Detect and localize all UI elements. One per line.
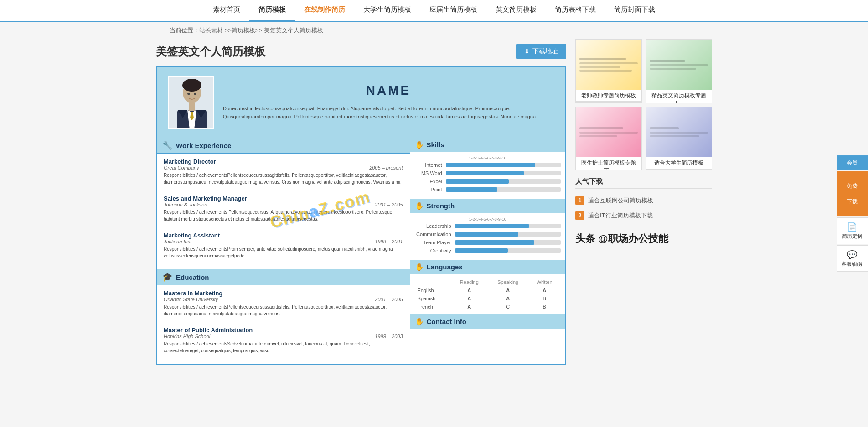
popular-downloads: 人气下载 1 适合互联网公司简历模板 2 适合IT行业简历模板下载 [575,177,712,223]
nav-item-graduate[interactable]: 应届生简历模板 [420,0,486,21]
work-icon: 🔧 [162,140,172,150]
job-entry-3: Marketing Assistant Jackson Inc. 1999 – … [164,232,403,259]
languages-table: Reading Speaking Written English A [415,278,561,311]
thumb-img-1 [576,40,641,90]
breadcrumb: 当前位置：站长素材 >>简历模板>> 美签英文个人简历模板 [160,22,708,39]
download-button[interactable]: ⬇ 下载地址 [516,44,566,59]
job-entry-1: Marketing Director Great Company 2005 – … [164,158,403,185]
strength-communication: Communication [410,232,565,237]
edu-entry-2: Master of Public Administration Hopkins … [164,327,403,354]
free-download-button[interactable]: 免费 下载 [837,171,868,216]
education-icon: 🎓 [162,272,172,282]
skill-internet: Internet [410,162,565,168]
job-meta-3: Jackson Inc. 1999 – 2001 [164,239,403,244]
job-desc-1: Responsibilities / achievementsPellentse… [164,172,403,185]
work-experience-header: 🔧 Work Experience [157,138,410,154]
service-icon: 💬 [847,249,857,261]
svg-point-10 [194,93,196,95]
sidebar-thumb-2[interactable]: 精品英文简历模板专题下... [646,39,712,103]
sidebar-thumb-1[interactable]: 老师教师专题简历模板 [575,39,642,103]
popular-num-1: 1 [575,196,584,205]
sidebar-thumb-4[interactable]: 适合大学生简历模板 [646,107,712,170]
svg-point-9 [187,93,190,95]
top-navigation: 素材首页 简历模板 在线制作简历 大学生简历模板 应届生简历模板 英文简历模板 … [0,0,868,22]
languages-header: ✋ Languages [410,260,565,274]
languages-content: Reading Speaking Written English A [410,274,565,314]
thumb-img-4 [646,107,712,157]
sidebar-thumbnails-grid: 老师教师专题简历模板 精品英文简历模板专题下... [575,39,712,170]
resume-right-column: ✋ Skills 1-2-3-4-5-6-7-8-9-10 Internet M… [410,138,565,364]
popular-link-2[interactable]: 适合IT行业简历模板下载 [588,211,653,220]
service-button[interactable]: 💬 客服/商务 [837,245,868,272]
job-title-2: Sales and Marketing Manager [164,195,403,202]
skill-point: Point [410,187,565,192]
skills-icon: ✋ [415,140,424,149]
right-sidebar: 老师教师专题简历模板 精品英文简历模板专题下... [575,39,712,374]
thumb-label-1: 老师教师专题简历模板 [576,90,641,101]
education-content: Masters in Marketing Orlando State Unive… [157,285,410,364]
lang-row-spanish: Spanish A A B [415,294,561,303]
edu-desc-1: Responsibilities / achievementsPellentse… [164,304,403,317]
left-content-area: 美签英文个人简历模板 ⬇ 下载地址 ChinaZ.com [156,39,566,374]
popular-item-2[interactable]: 2 适合IT行业简历模板下载 [575,208,712,223]
sidebar-thumb-3[interactable]: 医生护士简历模板专题下... [575,107,642,170]
nav-item-english[interactable]: 英文简历模板 [486,0,546,21]
download-icon: ⬇ [524,48,530,55]
job-meta-2: Johnson & Jackson 2001 – 2005 [164,202,403,207]
resume-left-column: 🔧 Work Experience Marketing Director Gre… [157,138,410,364]
skill-msword: MS Word [410,170,565,176]
strength-creativity: Creativity [410,248,565,253]
languages-icon: ✋ [415,262,424,271]
nav-item-table-download[interactable]: 简历表格下载 [546,0,605,21]
edu-meta-1: Orlando State University 2001 – 2005 [164,297,403,302]
resume-name-section: NAME Donecutest in lectusconsequatconseq… [223,83,554,121]
strength-numbers: 1-2-3-4-5-6-7-8-9-10 [410,217,565,221]
strength-header: ✋ Strength [410,199,565,213]
nav-item-resume-template[interactable]: 简历模板 [249,0,295,21]
edu-entry-1: Masters in Marketing Orlando State Unive… [164,290,403,317]
skills-content: 1-2-3-4-5-6-7-8-9-10 Internet MS Word Ex… [410,152,565,199]
popular-item-1[interactable]: 1 适合互联网公司简历模板 [575,193,712,208]
popular-downloads-title: 人气下载 [575,177,712,189]
thumb-label-3: 医生护士简历模板专题下... [576,157,641,170]
skills-title: Skills [427,141,444,149]
resume-header-section: NAME Donecutest in lectusconsequatconseq… [157,67,565,138]
job-title-3: Marketing Assistant [164,232,403,239]
job-entry-2: Sales and Marketing Manager Johnson & Ja… [164,195,403,222]
thumb-img-3 [576,107,641,157]
lang-row-french: French A C B [415,303,561,311]
skills-numbers: 1-2-3-4-5-6-7-8-9-10 [410,156,565,160]
popular-num-2: 2 [575,211,584,220]
custom-resume-button[interactable]: 📄 简历定制 [837,217,868,244]
resume-photo [168,76,214,129]
contact-content [410,329,565,356]
education-header: 🎓 Education [157,269,410,285]
contact-header: ✋ Contact Info [410,314,565,329]
nav-item-college[interactable]: 大学生简历模板 [354,0,420,21]
strength-content: 1-2-3-4-5-6-7-8-9-10 Leadership Communic… [410,213,565,260]
education-title: Education [176,273,209,281]
strength-icon: ✋ [415,201,424,210]
skill-excel: Excel [410,179,565,184]
job-title-1: Marketing Director [164,158,403,165]
strength-leadership: Leadership [410,223,565,229]
nav-item-cover-download[interactable]: 简历封面下载 [605,0,664,21]
popular-link-1[interactable]: 适合互联网公司简历模板 [588,196,653,205]
thumb-label-4: 适合大学生简历模板 [646,157,712,169]
custom-icon: 📄 [847,221,857,233]
nav-item-home[interactable]: 素材首页 [204,0,249,21]
edu-meta-2: Hopkins High School 1999 – 2003 [164,334,403,339]
svg-point-2 [182,79,202,92]
resume-body: 🔧 Work Experience Marketing Director Gre… [157,138,565,364]
resume-bio: Donecutest in lectusconsequatconsequat. … [223,105,554,121]
work-experience-title: Work Experience [176,142,231,149]
page-title: 美签英文个人简历模板 [156,44,265,59]
nav-item-online-make[interactable]: 在线制作简历 [295,0,354,21]
edu-degree-1: Masters in Marketing [164,290,403,297]
contact-title: Contact Info [427,318,467,325]
vip-button[interactable]: 会员 [837,155,868,170]
svg-rect-6 [189,103,195,111]
thumb-label-2: 精品英文简历模板专题下... [646,90,712,103]
job-desc-3: Responsibilities / achievementsProin sem… [164,246,403,259]
side-float-panel: 会员 免费 下载 📄 简历定制 💬 客服/商务 [837,155,868,272]
